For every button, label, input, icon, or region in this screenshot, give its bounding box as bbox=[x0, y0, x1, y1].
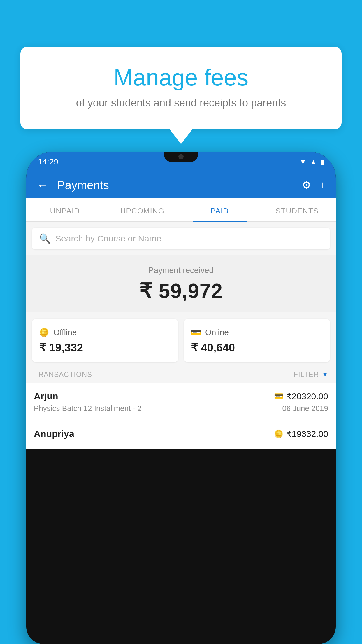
header-icons: ⚙ + bbox=[302, 179, 325, 191]
filter-label: FILTER bbox=[294, 370, 319, 379]
transaction-amount-wrap: 💳 ₹20320.00 bbox=[274, 391, 328, 401]
offline-label: Offline bbox=[53, 328, 77, 337]
transactions-header: TRANSACTIONS FILTER ▼ bbox=[26, 362, 336, 383]
search-bar[interactable]: 🔍 Search by Course or Name bbox=[32, 228, 330, 249]
transaction-name-2: Anupriya bbox=[34, 428, 74, 439]
transaction-name: Arjun bbox=[34, 391, 58, 402]
camera-notch bbox=[178, 154, 184, 159]
tabs: UNPAID UPCOMING PAID STUDENTS bbox=[26, 198, 336, 222]
wifi-icon: ▼ bbox=[299, 158, 306, 166]
filter-icon: ▼ bbox=[322, 371, 328, 378]
payment-cards: 🪙 Offline ₹ 19,332 💳 Online ₹ 40,640 bbox=[32, 319, 330, 362]
online-card: 💳 Online ₹ 40,640 bbox=[184, 319, 330, 362]
transaction-date: 06 June 2019 bbox=[282, 404, 328, 413]
back-button[interactable]: ← bbox=[37, 179, 48, 191]
tab-upcoming[interactable]: UPCOMING bbox=[104, 198, 181, 221]
phone-notch bbox=[164, 152, 198, 162]
card-payment-icon: 💳 bbox=[274, 392, 283, 401]
tab-students[interactable]: STUDENTS bbox=[259, 198, 336, 221]
transaction-detail: Physics Batch 12 Installment - 2 bbox=[34, 404, 142, 413]
tab-unpaid[interactable]: UNPAID bbox=[26, 198, 104, 221]
search-placeholder: Search by Course or Name bbox=[55, 234, 161, 244]
offline-card: 🪙 Offline ₹ 19,332 bbox=[32, 319, 178, 362]
status-bar: 14:29 ▼ ▲ ▮ bbox=[26, 152, 336, 172]
status-icons: ▼ ▲ ▮ bbox=[299, 158, 324, 166]
signal-icon: ▲ bbox=[310, 158, 317, 166]
transaction-amount: ₹20320.00 bbox=[286, 391, 328, 401]
payment-received-section: Payment received ₹ 59,972 bbox=[26, 255, 336, 312]
transaction-top-2: Anupriya 🪙 ₹19332.00 bbox=[34, 428, 328, 439]
cash-payment-icon: 🪙 bbox=[274, 429, 283, 438]
tab-paid[interactable]: PAID bbox=[181, 198, 259, 221]
transaction-row: Arjun 💳 ₹20320.00 Physics Batch 12 Insta… bbox=[26, 383, 336, 421]
add-icon[interactable]: + bbox=[319, 179, 325, 191]
online-label: Online bbox=[205, 328, 229, 337]
phone-frame: 14:29 ▼ ▲ ▮ ← Payments ⚙ + UNPAID UPCOMI… bbox=[26, 152, 336, 644]
transaction-row: Anupriya 🪙 ₹19332.00 bbox=[26, 421, 336, 449]
online-amount: ₹ 40,640 bbox=[191, 341, 323, 354]
payment-received-label: Payment received bbox=[32, 266, 330, 275]
card-type-offline: 🪙 Offline bbox=[39, 328, 171, 337]
filter-button[interactable]: FILTER ▼ bbox=[294, 370, 328, 379]
transactions-label: TRANSACTIONS bbox=[34, 370, 92, 379]
online-icon: 💳 bbox=[191, 328, 201, 337]
offline-icon: 🪙 bbox=[39, 328, 49, 337]
search-icon: 🔍 bbox=[39, 233, 51, 244]
page-title: Payments bbox=[57, 179, 296, 192]
payment-amount: ₹ 59,972 bbox=[32, 279, 330, 303]
speech-bubble-subtitle: of your students and send receipts to pa… bbox=[38, 97, 324, 109]
app-header: ← Payments ⚙ + bbox=[26, 172, 336, 198]
battery-icon: ▮ bbox=[320, 158, 324, 166]
transaction-amount-2: ₹19332.00 bbox=[286, 429, 328, 439]
transaction-top: Arjun 💳 ₹20320.00 bbox=[34, 391, 328, 402]
speech-bubble: Manage fees of your students and send re… bbox=[20, 47, 342, 130]
phone-content: 🔍 Search by Course or Name Payment recei… bbox=[26, 222, 336, 449]
status-time: 14:29 bbox=[38, 157, 58, 167]
transaction-bottom: Physics Batch 12 Installment - 2 06 June… bbox=[34, 404, 328, 413]
offline-amount: ₹ 19,332 bbox=[39, 341, 171, 354]
transaction-amount-wrap-2: 🪙 ₹19332.00 bbox=[274, 429, 328, 439]
speech-bubble-title: Manage fees bbox=[38, 64, 324, 91]
settings-icon[interactable]: ⚙ bbox=[302, 179, 311, 191]
card-type-online: 💳 Online bbox=[191, 328, 323, 337]
